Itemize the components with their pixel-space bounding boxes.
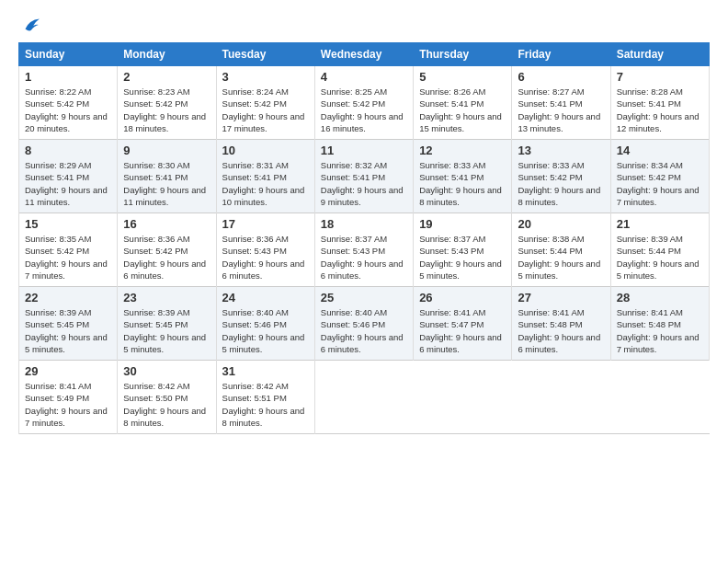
day-number: 12 [419,144,506,157]
day-cell [314,361,413,434]
day-number: 5 [419,70,506,84]
col-header-monday: Monday [118,43,216,66]
day-info: Sunrise: 8:30 AMSunset: 5:41 PMDaylight:… [123,159,210,208]
day-number: 29 [25,364,111,378]
day-number: 14 [617,144,703,157]
day-cell [414,361,512,434]
day-info: Sunrise: 8:38 AMSunset: 5:44 PMDaylight:… [518,233,604,282]
day-info: Sunrise: 8:35 AMSunset: 5:42 PMDaylight:… [25,233,111,282]
day-info: Sunrise: 8:23 AMSunset: 5:42 PMDaylight:… [123,86,210,134]
day-info: Sunrise: 8:42 AMSunset: 5:50 PMDaylight:… [123,380,210,429]
day-number: 11 [321,144,407,157]
day-number: 3 [222,70,309,84]
day-info: Sunrise: 8:32 AMSunset: 5:41 PMDaylight:… [321,159,407,208]
day-cell: 11Sunrise: 8:32 AMSunset: 5:41 PMDayligh… [314,140,413,213]
day-number: 19 [419,217,506,231]
day-number: 6 [518,70,604,84]
calendar-table: SundayMondayTuesdayWednesdayThursdayFrid… [18,42,710,434]
day-info: Sunrise: 8:25 AMSunset: 5:42 PMDaylight:… [321,86,407,134]
day-info: Sunrise: 8:37 AMSunset: 5:43 PMDaylight:… [321,233,407,282]
day-cell: 3Sunrise: 8:24 AMSunset: 5:42 PMDaylight… [216,66,314,140]
week-row-5: 29Sunrise: 8:41 AMSunset: 5:49 PMDayligh… [19,361,710,434]
day-info: Sunrise: 8:41 AMSunset: 5:47 PMDaylight:… [419,306,506,355]
day-cell: 29Sunrise: 8:41 AMSunset: 5:49 PMDayligh… [19,361,118,434]
day-cell: 20Sunrise: 8:38 AMSunset: 5:44 PMDayligh… [512,213,610,287]
header-row: SundayMondayTuesdayWednesdayThursdayFrid… [19,43,710,66]
day-info: Sunrise: 8:29 AMSunset: 5:41 PMDaylight:… [25,159,111,208]
day-info: Sunrise: 8:31 AMSunset: 5:41 PMDaylight:… [222,159,309,208]
day-number: 18 [321,217,407,231]
day-info: Sunrise: 8:33 AMSunset: 5:42 PMDaylight:… [518,159,604,208]
day-number: 16 [123,217,210,231]
day-cell: 12Sunrise: 8:33 AMSunset: 5:41 PMDayligh… [414,140,512,213]
day-cell: 4Sunrise: 8:25 AMSunset: 5:42 PMDaylight… [314,66,413,140]
day-number: 7 [617,70,703,84]
day-info: Sunrise: 8:37 AMSunset: 5:43 PMDaylight:… [419,233,506,282]
day-cell: 18Sunrise: 8:37 AMSunset: 5:43 PMDayligh… [314,213,413,287]
day-info: Sunrise: 8:41 AMSunset: 5:49 PMDaylight:… [25,380,111,429]
col-header-saturday: Saturday [610,43,709,66]
day-info: Sunrise: 8:42 AMSunset: 5:51 PMDaylight:… [222,380,309,429]
day-cell [610,361,709,434]
day-number: 13 [518,144,604,157]
day-info: Sunrise: 8:39 AMSunset: 5:45 PMDaylight:… [123,306,210,355]
week-row-3: 15Sunrise: 8:35 AMSunset: 5:42 PMDayligh… [19,213,710,287]
day-number: 4 [321,70,407,84]
day-info: Sunrise: 8:24 AMSunset: 5:42 PMDaylight:… [222,86,309,134]
day-cell [512,361,610,434]
day-number: 24 [222,291,309,304]
day-cell: 9Sunrise: 8:30 AMSunset: 5:41 PMDaylight… [118,140,216,213]
day-cell: 2Sunrise: 8:23 AMSunset: 5:42 PMDaylight… [118,66,216,140]
day-info: Sunrise: 8:41 AMSunset: 5:48 PMDaylight:… [617,306,703,355]
day-number: 28 [617,291,703,304]
day-cell: 13Sunrise: 8:33 AMSunset: 5:42 PMDayligh… [512,140,610,213]
page: SundayMondayTuesdayWednesdayThursdayFrid… [0,0,728,563]
day-cell: 17Sunrise: 8:36 AMSunset: 5:43 PMDayligh… [216,213,314,287]
day-cell: 24Sunrise: 8:40 AMSunset: 5:46 PMDayligh… [216,287,314,361]
day-number: 9 [123,144,210,157]
day-cell: 22Sunrise: 8:39 AMSunset: 5:45 PMDayligh… [19,287,118,361]
day-cell: 6Sunrise: 8:27 AMSunset: 5:41 PMDaylight… [512,66,610,140]
day-cell: 31Sunrise: 8:42 AMSunset: 5:51 PMDayligh… [216,361,314,434]
day-cell: 15Sunrise: 8:35 AMSunset: 5:42 PMDayligh… [19,213,118,287]
col-header-friday: Friday [512,43,610,66]
day-cell: 5Sunrise: 8:26 AMSunset: 5:41 PMDaylight… [414,66,512,140]
day-cell: 1Sunrise: 8:22 AMSunset: 5:42 PMDaylight… [19,66,118,140]
day-cell: 26Sunrise: 8:41 AMSunset: 5:47 PMDayligh… [414,287,512,361]
day-number: 22 [25,291,111,304]
day-info: Sunrise: 8:33 AMSunset: 5:41 PMDaylight:… [419,159,506,208]
week-row-2: 8Sunrise: 8:29 AMSunset: 5:41 PMDaylight… [19,140,710,213]
logo-bird-icon [20,15,40,35]
col-header-wednesday: Wednesday [314,43,413,66]
day-number: 26 [419,291,506,304]
header [18,15,710,35]
day-number: 1 [25,70,111,84]
day-cell: 10Sunrise: 8:31 AMSunset: 5:41 PMDayligh… [216,140,314,213]
col-header-tuesday: Tuesday [216,43,314,66]
day-number: 10 [222,144,309,157]
day-cell: 8Sunrise: 8:29 AMSunset: 5:41 PMDaylight… [19,140,118,213]
day-number: 23 [123,291,210,304]
day-cell: 7Sunrise: 8:28 AMSunset: 5:41 PMDaylight… [610,66,709,140]
day-number: 25 [321,291,407,304]
day-cell: 27Sunrise: 8:41 AMSunset: 5:48 PMDayligh… [512,287,610,361]
day-number: 21 [617,217,703,231]
day-info: Sunrise: 8:34 AMSunset: 5:42 PMDaylight:… [617,159,703,208]
day-cell: 30Sunrise: 8:42 AMSunset: 5:50 PMDayligh… [118,361,216,434]
day-info: Sunrise: 8:40 AMSunset: 5:46 PMDaylight:… [222,306,309,355]
day-cell: 19Sunrise: 8:37 AMSunset: 5:43 PMDayligh… [414,213,512,287]
day-cell: 16Sunrise: 8:36 AMSunset: 5:42 PMDayligh… [118,213,216,287]
day-info: Sunrise: 8:22 AMSunset: 5:42 PMDaylight:… [25,86,111,134]
day-info: Sunrise: 8:39 AMSunset: 5:45 PMDaylight:… [25,306,111,355]
day-number: 15 [25,217,111,231]
day-info: Sunrise: 8:41 AMSunset: 5:48 PMDaylight:… [518,306,604,355]
day-info: Sunrise: 8:36 AMSunset: 5:42 PMDaylight:… [123,233,210,282]
col-header-sunday: Sunday [19,43,118,66]
day-info: Sunrise: 8:26 AMSunset: 5:41 PMDaylight:… [419,86,506,134]
day-number: 27 [518,291,604,304]
day-number: 31 [222,364,309,378]
week-row-4: 22Sunrise: 8:39 AMSunset: 5:45 PMDayligh… [19,287,710,361]
day-info: Sunrise: 8:36 AMSunset: 5:43 PMDaylight:… [222,233,309,282]
day-cell: 21Sunrise: 8:39 AMSunset: 5:44 PMDayligh… [610,213,709,287]
day-number: 17 [222,217,309,231]
